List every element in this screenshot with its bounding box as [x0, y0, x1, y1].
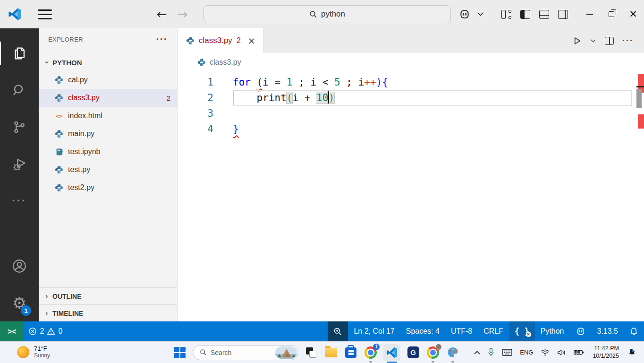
zoom-indicator[interactable]: [328, 321, 348, 341]
python-icon: [186, 36, 195, 45]
vscode-logo-icon: [8, 7, 22, 21]
file-explorer-button[interactable]: [324, 346, 338, 360]
editor-more-actions-icon[interactable]: ···: [620, 33, 636, 48]
paint-button[interactable]: [446, 346, 460, 360]
python-icon: [55, 76, 63, 84]
title-bar: ← → python ✕: [0, 0, 644, 28]
line-content: print(i + 10): [213, 90, 334, 106]
eol-sequence[interactable]: CRLF: [478, 321, 509, 341]
microphone-icon[interactable]: [485, 344, 497, 361]
command-center-search[interactable]: python: [203, 5, 451, 23]
file-item-cal-py[interactable]: cal.py: [39, 71, 177, 89]
code-line-4[interactable]: 4}: [178, 121, 644, 137]
chrome-profile-badge: f: [373, 344, 380, 350]
toggle-secondary-sidebar-icon[interactable]: [553, 5, 572, 24]
remote-indicator[interactable]: ><: [0, 321, 23, 341]
breadcrumb[interactable]: class3.py: [178, 53, 644, 72]
activity-bar-accounts[interactable]: [0, 248, 39, 285]
vscode-taskbar-button[interactable]: [383, 344, 400, 361]
chrome-profile2-button[interactable]: [426, 346, 440, 360]
file-item-index-html[interactable]: <>index.html: [39, 107, 177, 125]
folder-python[interactable]: › PYTHON: [39, 54, 177, 71]
code-token: print: [233, 92, 287, 104]
run-button[interactable]: [569, 33, 585, 48]
tray-chevron-up-icon[interactable]: [471, 344, 483, 361]
wifi-icon[interactable]: [538, 344, 552, 361]
file-name: test2.py: [68, 183, 94, 192]
code-token: ; i: [340, 77, 364, 88]
html-icon: <>: [55, 112, 63, 120]
code-line-2[interactable]: 2 print(i + 10): [178, 90, 644, 106]
code-line-3[interactable]: 3: [178, 106, 644, 121]
input-language[interactable]: ENG: [517, 344, 536, 361]
run-dropdown-chevron-icon[interactable]: [588, 33, 598, 48]
account-icon: [11, 258, 27, 274]
indentation[interactable]: Spaces: 4: [400, 321, 445, 341]
chrome-button[interactable]: f: [364, 346, 378, 360]
activity-bar-source-control[interactable]: [0, 109, 39, 146]
volume-icon[interactable]: [554, 344, 569, 361]
python-icon: [55, 165, 63, 174]
clock[interactable]: 11:42 PM 10/1/2025: [589, 345, 623, 360]
window-close-button[interactable]: ✕: [622, 3, 644, 25]
command-center-value: python: [321, 9, 345, 19]
window-minimize-button[interactable]: [579, 3, 601, 25]
file-error-count: 2: [167, 94, 170, 102]
microsoft-store-button[interactable]: [344, 346, 358, 360]
notebook-icon: [55, 147, 63, 156]
sidebar-title: EXPLORER: [48, 36, 83, 43]
start-button[interactable]: [173, 346, 187, 360]
code-token: (: [287, 92, 293, 104]
copilot-dropdown-chevron-icon[interactable]: [474, 5, 486, 24]
notifications-bell-icon[interactable]: [624, 321, 644, 341]
task-view-button[interactable]: [304, 346, 318, 360]
files-icon: [11, 45, 27, 61]
timeline-section[interactable]: › TIMELINE: [39, 304, 177, 321]
window-restore-button[interactable]: [601, 3, 622, 25]
nav-forward-icon[interactable]: →: [178, 8, 188, 20]
language-status-icon[interactable]: { }✕: [509, 321, 535, 341]
language-mode[interactable]: Python: [535, 321, 570, 341]
weather-widget[interactable]: 71°F Sunny: [17, 346, 50, 359]
touch-keyboard-icon[interactable]: [499, 344, 515, 361]
activity-bar-more-views[interactable]: ···: [0, 182, 39, 219]
python-interpreter[interactable]: 3.13.5: [592, 321, 624, 341]
tab-bar: class3.py 2 × ···: [178, 28, 644, 53]
encoding[interactable]: UTF-8: [445, 321, 478, 341]
split-editor-icon[interactable]: [602, 33, 617, 48]
tab-close-icon[interactable]: ×: [248, 35, 255, 46]
text-cursor: [328, 91, 329, 104]
file-item-test-py[interactable]: test.py: [39, 161, 177, 179]
taskbar-search-box[interactable]: Search: [193, 345, 298, 360]
code-token: 10: [316, 92, 328, 104]
overview-ruler[interactable]: [636, 72, 644, 321]
explorer-more-actions-icon[interactable]: ···: [156, 35, 168, 44]
problems-indicator[interactable]: 2 0: [23, 321, 68, 341]
nav-back-icon[interactable]: ←: [157, 8, 167, 20]
file-item-class3-py[interactable]: class3.py2: [39, 89, 177, 107]
activity-bar-settings[interactable]: ⚙1: [0, 285, 39, 321]
file-item-test-ipynb[interactable]: test.ipynb: [39, 143, 177, 161]
battery-charging-icon[interactable]: [571, 344, 587, 361]
toggle-panel-icon[interactable]: [534, 5, 553, 24]
line-content: [213, 106, 233, 121]
grammarly-button[interactable]: G: [406, 346, 420, 360]
file-item-test2-py[interactable]: test2.py: [39, 179, 177, 197]
notification-bell-dnd-icon[interactable]: z: [625, 344, 639, 361]
code-editor[interactable]: 1for (i = 1 ; i < 5 ; i++){2 print(i + 1…: [178, 72, 644, 321]
file-item-main-py[interactable]: main.py: [39, 125, 177, 143]
copilot-icon[interactable]: [455, 5, 474, 24]
outline-section[interactable]: › OUTLINE: [39, 287, 177, 304]
cursor-position[interactable]: Ln 2, Col 17: [348, 321, 400, 341]
customize-layout-icon[interactable]: [497, 5, 516, 24]
code-line-1[interactable]: 1for (i = 1 ; i < 5 ; i++){: [178, 75, 644, 90]
menu-hamburger-icon[interactable]: [38, 9, 52, 19]
line-number: 2: [178, 90, 213, 106]
activity-bar-explorer[interactable]: [0, 35, 39, 72]
copilot-status-icon[interactable]: [570, 321, 592, 341]
activity-bar-search[interactable]: [0, 72, 39, 109]
activity-bar-run-debug[interactable]: [0, 146, 39, 182]
toggle-primary-sidebar-icon[interactable]: [516, 5, 534, 24]
code-token: i =: [263, 77, 287, 88]
tab-class3py[interactable]: class3.py 2 ×: [178, 28, 263, 53]
